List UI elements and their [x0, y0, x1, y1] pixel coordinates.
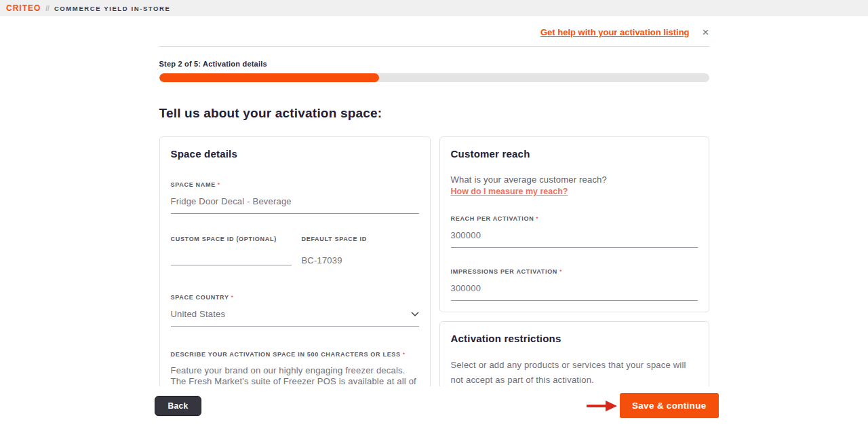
annotation-arrow-icon [586, 399, 618, 413]
criteo-logo: CRITEO [6, 3, 41, 13]
save-continue-button[interactable]: Save & continue [620, 393, 719, 418]
default-space-id-value: BC-17039 [302, 253, 419, 272]
logo-separator: // [45, 5, 50, 12]
custom-space-id-label: CUSTOM SPACE ID (OPTIONAL) [171, 236, 277, 242]
product-name: COMMERCE YIELD IN-STORE [54, 5, 171, 12]
measure-reach-link[interactable]: How do I measure my reach? [451, 187, 568, 196]
impressions-per-activation-label: IMPRESSIONS PER ACTIVATION [451, 268, 558, 275]
footer-bar: Back Save & continue [0, 386, 868, 425]
reach-question: What is your average customer reach? [451, 174, 698, 185]
required-asterisk: * [218, 181, 220, 188]
space-country-field: SPACE COUNTRY* United States [171, 290, 419, 327]
right-column: Customer reach What is your average cust… [439, 136, 709, 423]
activation-restrictions-title: Activation restrictions [451, 333, 698, 344]
required-asterisk: * [559, 268, 562, 275]
space-details-title: Space details [171, 148, 419, 160]
cards-grid: Space details SPACE NAME* Fridge Door De… [159, 136, 709, 425]
required-asterisk: * [403, 351, 406, 358]
space-name-input[interactable]: Fridge Door Decal - Beverage [171, 194, 419, 214]
activation-restrictions-description: Select or add any products or services t… [451, 358, 698, 388]
custom-space-id-input[interactable] [171, 253, 292, 265]
get-help-link[interactable]: Get help with your activation listing [540, 27, 690, 37]
chevron-down-icon [411, 309, 419, 319]
default-space-id-field: DEFAULT SPACE ID BC-17039 [302, 232, 419, 272]
default-space-id-label: DEFAULT SPACE ID [302, 236, 367, 242]
progress-bar-track [159, 73, 709, 82]
impressions-per-activation-field: IMPRESSIONS PER ACTIVATION* 300000 [451, 264, 698, 301]
required-asterisk: * [231, 294, 234, 301]
space-country-select[interactable]: United States [171, 307, 419, 327]
progress-bar-fill [159, 73, 379, 82]
required-asterisk: * [536, 215, 538, 222]
space-name-field: SPACE NAME* Fridge Door Decal - Beverage [171, 177, 419, 214]
back-button[interactable]: Back [155, 396, 202, 416]
reach-per-activation-label: REACH PER ACTIVATION [451, 215, 534, 222]
space-id-row: CUSTOM SPACE ID (OPTIONAL) DEFAULT SPACE… [171, 232, 419, 272]
reach-per-activation-input[interactable]: 300000 [451, 228, 698, 248]
description-label: DESCRIBE YOUR ACTIVATION SPACE IN 500 CH… [171, 351, 401, 358]
space-name-label: SPACE NAME [171, 181, 216, 188]
page-title: Tell us about your activation space: [159, 106, 709, 121]
save-area: Save & continue [586, 393, 719, 418]
space-country-label: SPACE COUNTRY [171, 294, 229, 301]
customer-reach-title: Customer reach [451, 148, 698, 160]
close-icon[interactable]: × [703, 29, 709, 37]
customer-reach-card: Customer reach What is your average cust… [439, 136, 709, 312]
step-label: Step 2 of 5: Activation details [159, 60, 709, 68]
main-container: Get help with your activation listing × … [159, 16, 709, 425]
space-details-card: Space details SPACE NAME* Fridge Door De… [159, 136, 431, 425]
top-bar: CRITEO // COMMERCE YIELD IN-STORE [0, 0, 868, 16]
reach-per-activation-field: REACH PER ACTIVATION* 300000 [451, 211, 698, 248]
space-country-value: United States [171, 309, 226, 319]
help-row: Get help with your activation listing × [159, 16, 709, 47]
impressions-per-activation-input[interactable]: 300000 [451, 281, 698, 301]
custom-space-id-field: CUSTOM SPACE ID (OPTIONAL) [171, 232, 292, 272]
